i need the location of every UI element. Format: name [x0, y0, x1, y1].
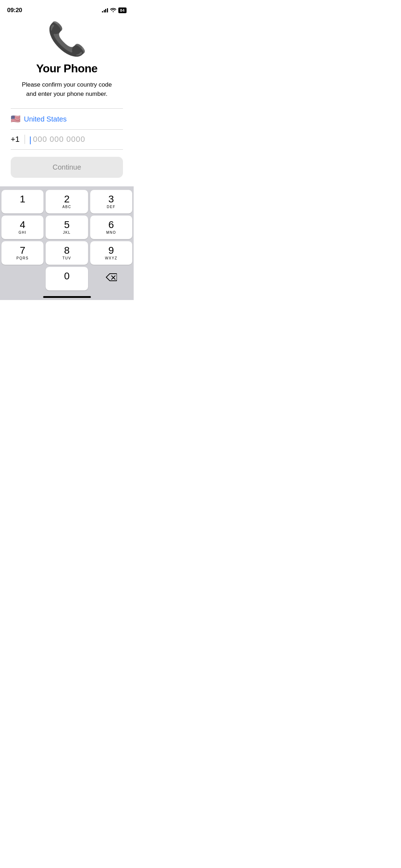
key-0-number: 0	[64, 271, 70, 281]
key-2-number: 2	[64, 194, 70, 204]
key-1-number: 1	[20, 194, 25, 204]
key-4-letters: GHI	[19, 231, 26, 234]
country-code: +1	[11, 135, 25, 144]
phone-placeholder: 000 000 0000	[33, 135, 86, 144]
key-2-letters: ABC	[62, 205, 71, 209]
form-section: 🇺🇸 United States +1 000 000 0000 Continu…	[11, 108, 123, 178]
status-bar: 09:20 84	[0, 0, 134, 16]
keypad-section: 1 2 ABC 3 DEF 4 GHI 5 JKL 6 MNO 7 PQRS	[0, 186, 134, 293]
page-subtitle: Please confirm your country codeand ente…	[22, 80, 112, 98]
key-3[interactable]: 3 DEF	[90, 190, 132, 213]
key-8[interactable]: 8 TUV	[46, 241, 88, 265]
wifi-icon	[110, 7, 116, 13]
key-empty	[1, 267, 43, 290]
key-3-letters: DEF	[107, 205, 116, 209]
country-selector[interactable]: 🇺🇸 United States	[11, 109, 123, 129]
delete-icon	[106, 273, 117, 284]
key-7[interactable]: 7 PQRS	[1, 241, 43, 265]
key-4[interactable]: 4 GHI	[1, 216, 43, 239]
key-8-letters: TUV	[62, 256, 71, 260]
keypad-grid: 1 2 ABC 3 DEF 4 GHI 5 JKL 6 MNO 7 PQRS	[1, 190, 132, 290]
key-6-letters: MNO	[106, 231, 116, 234]
key-0[interactable]: 0	[46, 267, 88, 290]
key-6[interactable]: 6 MNO	[90, 216, 132, 239]
key-1[interactable]: 1	[1, 190, 43, 213]
key-5[interactable]: 5 JKL	[46, 216, 88, 239]
page-title: Your Phone	[36, 62, 97, 75]
key-2[interactable]: 2 ABC	[46, 190, 88, 213]
key-5-number: 5	[64, 220, 70, 230]
key-1-letters	[22, 205, 23, 209]
text-cursor	[30, 136, 31, 144]
key-6-number: 6	[108, 220, 114, 230]
status-time: 09:20	[7, 7, 22, 14]
key-7-number: 7	[20, 246, 25, 255]
key-5-letters: JKL	[63, 231, 71, 234]
key-9-number: 9	[108, 246, 114, 255]
key-9[interactable]: 9 WXYZ	[90, 241, 132, 265]
key-8-number: 8	[64, 246, 70, 255]
main-content: 📞 Your Phone Please confirm your country…	[0, 16, 134, 178]
phone-emoji: 📞	[47, 23, 87, 55]
status-icons: 84	[102, 7, 127, 13]
key-3-number: 3	[108, 194, 114, 204]
key-0-letters	[66, 282, 67, 286]
key-9-letters: WXYZ	[105, 256, 117, 260]
delete-button[interactable]	[90, 267, 132, 290]
phone-input-wrapper[interactable]: 000 000 0000	[25, 135, 123, 144]
continue-button[interactable]: Continue	[11, 157, 123, 178]
country-flag: 🇺🇸	[11, 114, 20, 124]
home-bar	[43, 296, 91, 298]
phone-input-row: +1 000 000 0000	[11, 130, 123, 150]
country-name: United States	[24, 115, 67, 123]
home-indicator	[0, 293, 134, 300]
key-4-number: 4	[20, 220, 25, 230]
signal-icon	[102, 8, 108, 12]
key-7-letters: PQRS	[16, 256, 29, 260]
battery-indicator: 84	[118, 7, 127, 13]
